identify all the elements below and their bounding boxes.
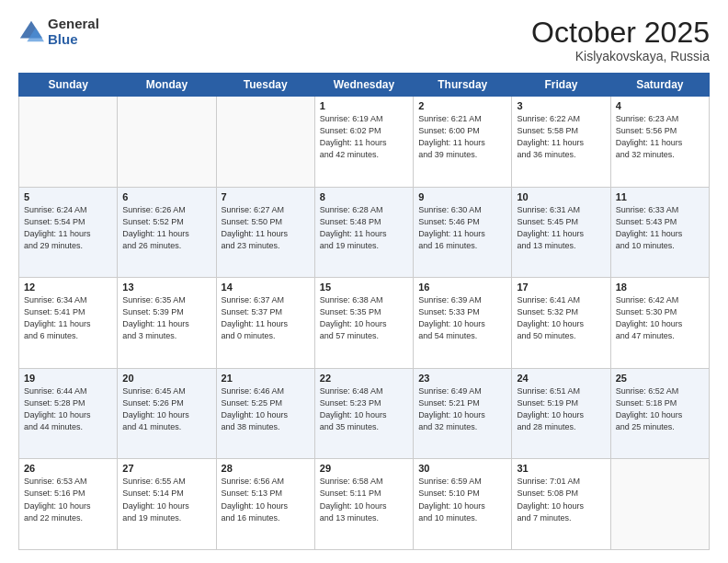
location: Kislyakovskaya, Russia	[531, 49, 710, 63]
table-row: 12Sunrise: 6:34 AMSunset: 5:41 PMDayligh…	[19, 278, 118, 369]
header-wednesday: Wednesday	[314, 74, 413, 97]
title-block: October 2025 Kislyakovskaya, Russia	[531, 17, 710, 63]
table-row: 7Sunrise: 6:27 AMSunset: 5:50 PMDaylight…	[216, 187, 314, 278]
day-info: Sunrise: 7:01 AMSunset: 5:08 PMDaylight:…	[517, 476, 605, 523]
table-row: 2Sunrise: 6:21 AMSunset: 6:00 PMDaylight…	[414, 97, 512, 188]
day-number: 12	[24, 282, 112, 293]
day-number: 22	[320, 373, 408, 384]
day-info: Sunrise: 6:19 AMSunset: 6:02 PMDaylight:…	[320, 113, 408, 161]
calendar-week-row: 19Sunrise: 6:44 AMSunset: 5:28 PMDayligh…	[19, 368, 710, 459]
day-info: Sunrise: 6:44 AMSunset: 5:28 PMDaylight:…	[24, 385, 112, 433]
month-title: October 2025	[531, 17, 710, 49]
header-thursday: Thursday	[414, 74, 512, 97]
table-row	[19, 97, 118, 188]
table-row: 19Sunrise: 6:44 AMSunset: 5:28 PMDayligh…	[19, 368, 118, 459]
day-number: 25	[616, 373, 704, 384]
table-row: 24Sunrise: 6:51 AMSunset: 5:19 PMDayligh…	[512, 368, 610, 459]
day-number: 6	[122, 191, 210, 202]
day-info: Sunrise: 6:38 AMSunset: 5:35 PMDaylight:…	[320, 294, 408, 342]
logo-icon	[18, 19, 44, 45]
table-row	[118, 97, 216, 188]
day-info: Sunrise: 6:22 AMSunset: 5:58 PMDaylight:…	[517, 113, 605, 161]
day-info: Sunrise: 6:56 AMSunset: 5:13 PMDaylight:…	[222, 476, 310, 523]
table-row: 15Sunrise: 6:38 AMSunset: 5:35 PMDayligh…	[314, 278, 413, 369]
day-info: Sunrise: 6:33 AMSunset: 5:43 PMDaylight:…	[616, 204, 704, 252]
table-row	[216, 97, 314, 188]
day-info: Sunrise: 6:28 AMSunset: 5:48 PMDaylight:…	[320, 204, 408, 252]
day-number: 5	[24, 191, 112, 202]
weekday-header-row: Sunday Monday Tuesday Wednesday Thursday…	[19, 74, 710, 97]
table-row: 4Sunrise: 6:23 AMSunset: 5:56 PMDaylight…	[610, 97, 709, 188]
day-info: Sunrise: 6:30 AMSunset: 5:46 PMDaylight:…	[418, 204, 506, 252]
day-info: Sunrise: 6:45 AMSunset: 5:26 PMDaylight:…	[122, 385, 210, 433]
day-info: Sunrise: 6:23 AMSunset: 5:56 PMDaylight:…	[616, 113, 704, 161]
day-info: Sunrise: 6:48 AMSunset: 5:23 PMDaylight:…	[320, 385, 408, 433]
table-row: 26Sunrise: 6:53 AMSunset: 5:16 PMDayligh…	[19, 459, 118, 550]
table-row: 20Sunrise: 6:45 AMSunset: 5:26 PMDayligh…	[118, 368, 216, 459]
logo: General Blue	[18, 17, 99, 47]
table-row: 9Sunrise: 6:30 AMSunset: 5:46 PMDaylight…	[414, 187, 512, 278]
day-info: Sunrise: 6:26 AMSunset: 5:52 PMDaylight:…	[122, 204, 210, 252]
day-number: 15	[320, 282, 408, 293]
calendar-week-row: 26Sunrise: 6:53 AMSunset: 5:16 PMDayligh…	[19, 459, 710, 550]
day-info: Sunrise: 6:34 AMSunset: 5:41 PMDaylight:…	[24, 294, 112, 342]
day-number: 30	[418, 463, 506, 474]
table-row: 10Sunrise: 6:31 AMSunset: 5:45 PMDayligh…	[512, 187, 610, 278]
header: General Blue October 2025 Kislyakovskaya…	[18, 17, 710, 63]
day-number: 27	[122, 463, 210, 474]
table-row: 8Sunrise: 6:28 AMSunset: 5:48 PMDaylight…	[314, 187, 413, 278]
day-number: 10	[517, 191, 605, 202]
logo-blue-text: Blue	[48, 32, 99, 48]
table-row: 25Sunrise: 6:52 AMSunset: 5:18 PMDayligh…	[610, 368, 709, 459]
calendar-week-row: 12Sunrise: 6:34 AMSunset: 5:41 PMDayligh…	[19, 278, 710, 369]
day-number: 4	[616, 100, 704, 111]
day-number: 3	[517, 100, 605, 111]
calendar-week-row: 5Sunrise: 6:24 AMSunset: 5:54 PMDaylight…	[19, 187, 710, 278]
header-saturday: Saturday	[610, 74, 709, 97]
table-row: 29Sunrise: 6:58 AMSunset: 5:11 PMDayligh…	[314, 459, 413, 550]
header-tuesday: Tuesday	[216, 74, 314, 97]
day-number: 18	[616, 282, 704, 293]
table-row: 28Sunrise: 6:56 AMSunset: 5:13 PMDayligh…	[216, 459, 314, 550]
logo-general-text: General	[48, 17, 99, 32]
table-row: 23Sunrise: 6:49 AMSunset: 5:21 PMDayligh…	[414, 368, 512, 459]
day-number: 1	[320, 100, 408, 111]
table-row: 5Sunrise: 6:24 AMSunset: 5:54 PMDaylight…	[19, 187, 118, 278]
day-number: 16	[418, 282, 506, 293]
day-info: Sunrise: 6:21 AMSunset: 6:00 PMDaylight:…	[418, 113, 506, 161]
day-number: 2	[418, 100, 506, 111]
day-info: Sunrise: 6:49 AMSunset: 5:21 PMDaylight:…	[418, 385, 506, 433]
day-number: 17	[517, 282, 605, 293]
calendar-week-row: 1Sunrise: 6:19 AMSunset: 6:02 PMDaylight…	[19, 97, 710, 188]
table-row: 13Sunrise: 6:35 AMSunset: 5:39 PMDayligh…	[118, 278, 216, 369]
day-number: 19	[24, 373, 112, 384]
day-number: 7	[222, 191, 310, 202]
day-info: Sunrise: 6:55 AMSunset: 5:14 PMDaylight:…	[122, 476, 210, 523]
page: General Blue October 2025 Kislyakovskaya…	[0, 0, 728, 563]
table-row: 21Sunrise: 6:46 AMSunset: 5:25 PMDayligh…	[216, 368, 314, 459]
table-row: 16Sunrise: 6:39 AMSunset: 5:33 PMDayligh…	[414, 278, 512, 369]
day-number: 8	[320, 191, 408, 202]
table-row: 6Sunrise: 6:26 AMSunset: 5:52 PMDaylight…	[118, 187, 216, 278]
header-monday: Monday	[118, 74, 216, 97]
day-info: Sunrise: 6:41 AMSunset: 5:32 PMDaylight:…	[517, 294, 605, 342]
day-number: 29	[320, 463, 408, 474]
day-number: 31	[517, 463, 605, 474]
day-info: Sunrise: 6:37 AMSunset: 5:37 PMDaylight:…	[222, 294, 310, 342]
day-number: 23	[418, 373, 506, 384]
day-number: 14	[222, 282, 310, 293]
day-info: Sunrise: 6:42 AMSunset: 5:30 PMDaylight:…	[616, 294, 704, 342]
table-row: 31Sunrise: 7:01 AMSunset: 5:08 PMDayligh…	[512, 459, 610, 550]
logo-text: General Blue	[48, 17, 99, 47]
table-row: 11Sunrise: 6:33 AMSunset: 5:43 PMDayligh…	[610, 187, 709, 278]
header-friday: Friday	[512, 74, 610, 97]
day-number: 26	[24, 463, 112, 474]
day-info: Sunrise: 6:51 AMSunset: 5:19 PMDaylight:…	[517, 385, 605, 433]
day-number: 11	[616, 191, 704, 202]
calendar-table: Sunday Monday Tuesday Wednesday Thursday…	[18, 73, 710, 550]
table-row: 22Sunrise: 6:48 AMSunset: 5:23 PMDayligh…	[314, 368, 413, 459]
day-info: Sunrise: 6:27 AMSunset: 5:50 PMDaylight:…	[222, 204, 310, 252]
table-row: 30Sunrise: 6:59 AMSunset: 5:10 PMDayligh…	[414, 459, 512, 550]
day-info: Sunrise: 6:35 AMSunset: 5:39 PMDaylight:…	[122, 294, 210, 342]
day-info: Sunrise: 6:31 AMSunset: 5:45 PMDaylight:…	[517, 204, 605, 252]
